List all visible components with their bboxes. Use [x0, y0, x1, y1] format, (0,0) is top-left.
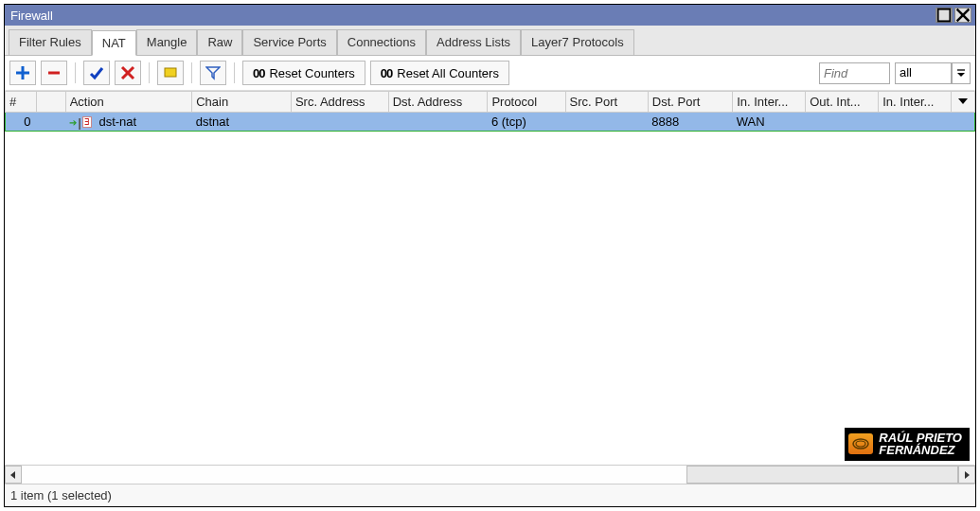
svg-marker-16 [965, 471, 970, 479]
cell-out-interface [806, 113, 879, 132]
tab-bar: Filter Rules NAT Mangle Raw Service Port… [5, 26, 975, 56]
horizontal-scrollbar[interactable] [5, 465, 975, 484]
col-chain[interactable]: Chain [192, 92, 292, 113]
cell-src-port [565, 113, 648, 132]
cell-flag [36, 113, 65, 132]
col-in-interface[interactable]: In. Inter... [733, 92, 806, 113]
close-button[interactable] [954, 8, 971, 23]
tab-filter-rules[interactable]: Filter Rules [9, 29, 92, 55]
svg-point-14 [856, 441, 865, 447]
watermark-badge: RAÚL PRIETO FERNÁNDEZ [845, 428, 970, 461]
col-src-address[interactable]: Src. Address [291, 92, 388, 113]
cell-action: ➔|Ǝ dst-nat [65, 113, 192, 132]
svg-rect-5 [48, 72, 60, 75]
counter-icon: 00 [253, 66, 264, 80]
col-action[interactable]: Action [65, 92, 192, 113]
svg-marker-12 [958, 98, 968, 104]
cell-number: 0 [6, 113, 37, 132]
watermark-line-2: FERNÁNDEZ [879, 444, 962, 457]
reset-counters-button[interactable]: 00 Reset Counters [242, 61, 365, 85]
col-protocol[interactable]: Protocol [488, 92, 565, 113]
scroll-right-button[interactable] [958, 466, 975, 484]
col-dst-address[interactable]: Dst. Address [388, 92, 488, 113]
minimize-button[interactable] [935, 8, 953, 23]
nat-table: # Action Chain Src. Address Dst. Address… [5, 91, 975, 132]
col-flag[interactable] [36, 92, 65, 113]
cell-in-interface-list [879, 113, 952, 132]
cell-src-address [291, 113, 388, 132]
col-src-port[interactable]: Src. Port [565, 92, 648, 113]
tab-connections[interactable]: Connections [337, 29, 426, 55]
table-container: # Action Chain Src. Address Dst. Address… [5, 91, 975, 465]
enable-button[interactable] [83, 61, 110, 85]
disable-button[interactable] [115, 61, 141, 85]
tab-address-lists[interactable]: Address Lists [426, 29, 521, 55]
svg-marker-9 [206, 67, 220, 79]
table-header: # Action Chain Src. Address Dst. Address… [6, 92, 975, 113]
svg-marker-15 [10, 471, 15, 479]
status-bar: 1 item (1 selected) [5, 484, 975, 506]
cell-extra [952, 113, 975, 132]
col-out-interface[interactable]: Out. Int... [806, 92, 879, 113]
svg-rect-8 [165, 68, 176, 77]
cell-chain: dstnat [192, 113, 292, 132]
watermark-logo-icon [848, 433, 873, 454]
tab-service-ports[interactable]: Service Ports [242, 29, 336, 55]
table-row[interactable]: 0 ➔|Ǝ dst-nat dstnat 6 (tcp) 8888 WAN [6, 113, 975, 132]
cell-protocol: 6 (tcp) [488, 113, 565, 132]
titlebar: Firewall [5, 5, 975, 26]
svg-marker-11 [957, 73, 965, 77]
columns-menu-button[interactable] [952, 92, 975, 113]
scroll-thumb[interactable] [686, 466, 958, 484]
col-in-interface-list[interactable]: In. Inter... [879, 92, 952, 113]
tab-raw[interactable]: Raw [197, 29, 242, 55]
scroll-left-button[interactable] [5, 466, 22, 484]
cell-in-interface: WAN [733, 113, 806, 132]
tab-mangle[interactable]: Mangle [136, 29, 198, 55]
col-dst-port[interactable]: Dst. Port [648, 92, 732, 113]
add-button[interactable] [9, 61, 36, 85]
col-number[interactable]: # [6, 92, 37, 113]
tab-nat[interactable]: NAT [92, 30, 136, 56]
counter-icon: 00 [381, 66, 392, 80]
filter-scope-value: all [895, 62, 952, 84]
firewall-window: Firewall Filter Rules NAT Mangle Raw Ser… [4, 4, 976, 507]
svg-rect-0 [938, 9, 951, 22]
window-title: Firewall [9, 9, 934, 23]
scroll-track[interactable] [22, 466, 958, 484]
cell-dst-address [388, 113, 488, 132]
filter-button[interactable] [200, 61, 226, 85]
find-input[interactable] [819, 62, 890, 84]
watermark-line-1: RAÚL PRIETO [879, 432, 962, 445]
filter-scope-dropdown[interactable] [952, 62, 971, 84]
tab-layer7-protocols[interactable]: Layer7 Protocols [521, 29, 634, 55]
toolbar: 00 Reset Counters 00 Reset All Counters … [5, 56, 975, 91]
svg-rect-4 [16, 72, 29, 75]
comment-button[interactable] [157, 61, 184, 85]
dst-nat-icon: ➔|Ǝ [69, 115, 92, 130]
remove-button[interactable] [41, 61, 67, 85]
reset-all-counters-button[interactable]: 00 Reset All Counters [370, 61, 509, 85]
cell-dst-port: 8888 [648, 113, 732, 132]
